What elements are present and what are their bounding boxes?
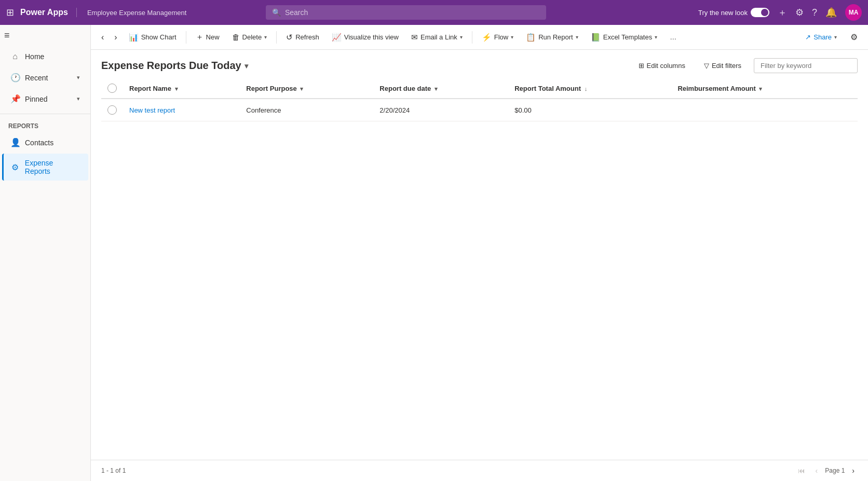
delete-button[interactable]: 🗑 Delete ▾ <box>227 30 273 45</box>
run-report-button[interactable]: 📋 Run Report ▾ <box>521 30 583 45</box>
content-area: ≡ ⌂ Home 🕐 Recent ▾ 📌 Pinned ▾ Reports 👤… <box>0 25 868 481</box>
delete-icon: 🗑 <box>232 33 240 42</box>
forward-button[interactable]: › <box>110 30 121 45</box>
sidebar-item-home[interactable]: ⌂ Home <box>2 47 88 66</box>
sidebar-divider <box>0 114 90 114</box>
view-header: Expense Reports Due Today ▾ ⊞ Edit colum… <box>91 50 868 78</box>
main-content: ‹ › 📊 Show Chart ＋ New 🗑 Delete ▾ ↺ Refr… <box>91 25 868 481</box>
sidebar-expense-label: Expense Reports <box>25 159 80 175</box>
col-report-name[interactable]: Report Name ▾ <box>123 78 240 99</box>
excel-icon: 📗 <box>591 33 601 42</box>
sidebar-item-expense-reports[interactable]: ⚙ Expense Reports <box>2 154 88 181</box>
separator-1 <box>186 31 186 44</box>
share-dropdown-arrow[interactable]: ▾ <box>834 34 837 40</box>
sidebar-recent-label: Recent <box>25 74 48 82</box>
app-brand: Power Apps <box>20 8 77 17</box>
email-link-button[interactable]: ✉ Email a Link ▾ <box>406 30 468 45</box>
chart-icon: 📊 <box>129 33 139 42</box>
help-icon[interactable]: ? <box>812 7 817 18</box>
columns-icon: ⊞ <box>639 62 644 70</box>
run-report-label: Run Report <box>538 33 573 41</box>
view-title-text: Expense Reports Due Today <box>101 60 241 72</box>
row-select-checkbox[interactable] <box>107 105 117 115</box>
try-new-toggle[interactable] <box>751 8 769 17</box>
run-report-dropdown-arrow[interactable]: ▾ <box>576 34 578 40</box>
cell-total: $0.00 <box>508 99 671 121</box>
back-button[interactable]: ‹ <box>97 30 108 45</box>
cell-purpose: Conference <box>240 99 373 121</box>
col-due-date[interactable]: Report due date ▾ <box>373 78 508 99</box>
try-new-label: Try the new look <box>698 9 748 17</box>
edit-columns-button[interactable]: ⊞ Edit columns <box>632 59 691 73</box>
separator-3 <box>472 31 472 44</box>
waffle-icon[interactable]: ⊞ <box>6 7 14 18</box>
show-chart-button[interactable]: 📊 Show Chart <box>124 30 182 45</box>
avatar[interactable]: MA <box>845 4 862 21</box>
view-title-chevron[interactable]: ▾ <box>245 62 248 70</box>
brand-label[interactable]: Power Apps <box>20 8 68 17</box>
home-icon: ⌂ <box>10 52 20 61</box>
edit-filters-button[interactable]: ▽ Edit filters <box>698 59 748 73</box>
share-button[interactable]: ↗ Share ▾ <box>800 30 842 44</box>
col-reimbursement-label: Reimbursement Amount <box>677 85 755 92</box>
excel-templates-button[interactable]: 📗 Excel Templates ▾ <box>586 30 662 45</box>
toolbar-settings-icon[interactable]: ⚙ <box>846 29 862 45</box>
show-chart-label: Show Chart <box>141 33 177 41</box>
settings-icon[interactable]: ⚙ <box>795 7 804 18</box>
col-total-label: Report Total Amount <box>514 85 581 92</box>
visualize-label: Visualize this view <box>344 33 399 41</box>
excel-dropdown-arrow[interactable]: ▾ <box>655 34 657 40</box>
col-purpose-label: Report Purpose <box>246 85 297 92</box>
pagination: ⏮ ‹ Page 1 › <box>795 464 858 477</box>
visualize-icon: 📈 <box>332 33 342 42</box>
run-report-icon: 📋 <box>526 33 536 42</box>
refresh-icon: ↺ <box>286 33 293 42</box>
refresh-button[interactable]: ↺ Refresh <box>281 30 324 45</box>
col-report-purpose[interactable]: Report Purpose ▾ <box>240 78 373 99</box>
table-row[interactable]: New test report Conference 2/20/2024 $0.… <box>101 99 858 121</box>
toggle-knob <box>761 9 768 16</box>
more-icon: … <box>670 33 676 41</box>
delete-dropdown-arrow[interactable]: ▾ <box>264 34 267 40</box>
notifications-icon[interactable]: 🔔 <box>825 7 837 18</box>
email-dropdown-arrow[interactable]: ▾ <box>460 34 463 40</box>
next-page-button[interactable]: › <box>849 464 858 477</box>
col-reimbursement-sort: ▾ <box>759 86 762 92</box>
sidebar-item-pinned[interactable]: 📌 Pinned ▾ <box>2 89 88 109</box>
col-reimbursement[interactable]: Reimbursement Amount ▾ <box>671 78 858 99</box>
filter-by-keyword-input[interactable] <box>754 58 858 73</box>
app-name: Employee Expense Management <box>83 9 187 17</box>
col-report-name-sort: ▾ <box>175 86 178 92</box>
delete-label: Delete <box>242 33 262 41</box>
flow-dropdown-arrow[interactable]: ▾ <box>511 34 513 40</box>
flow-label: Flow <box>494 33 508 41</box>
excel-templates-label: Excel Templates <box>603 33 652 41</box>
select-all-checkbox[interactable] <box>107 84 117 93</box>
col-purpose-sort: ▾ <box>300 86 303 92</box>
flow-button[interactable]: ⚡ Flow ▾ <box>477 30 519 45</box>
first-page-button[interactable]: ⏮ <box>795 464 808 477</box>
table-header: Report Name ▾ Report Purpose ▾ Report du… <box>101 78 858 99</box>
more-button[interactable]: … <box>664 30 682 44</box>
sidebar-item-recent[interactable]: 🕐 Recent ▾ <box>2 67 88 88</box>
cell-report-name: New test report <box>123 99 240 121</box>
prev-page-button[interactable]: ‹ <box>812 464 821 477</box>
col-report-name-label: Report Name <box>129 85 171 92</box>
cell-due-date: 2/20/2024 <box>373 99 508 121</box>
search-input[interactable] <box>285 8 540 17</box>
report-name-link[interactable]: New test report <box>129 106 175 114</box>
sidebar-pinned-label: Pinned <box>25 95 48 103</box>
top-right-actions: Try the new look ＋ ⚙ ? 🔔 MA <box>698 4 862 21</box>
new-button[interactable]: ＋ New <box>191 29 225 45</box>
sidebar-item-contacts[interactable]: 👤 Contacts <box>2 132 88 153</box>
hamburger-menu[interactable]: ≡ <box>0 25 90 46</box>
col-total-amount[interactable]: Report Total Amount ↓ <box>508 78 671 99</box>
cell-reimbursement <box>671 99 858 121</box>
separator-2 <box>276 31 277 44</box>
plus-icon[interactable]: ＋ <box>778 6 787 19</box>
row-checkbox-cell <box>101 99 123 121</box>
pin-icon: 📌 <box>10 94 20 104</box>
visualize-button[interactable]: 📈 Visualize this view <box>327 30 404 45</box>
new-label: New <box>206 33 220 41</box>
expense-reports-table: Report Name ▾ Report Purpose ▾ Report du… <box>101 78 858 121</box>
